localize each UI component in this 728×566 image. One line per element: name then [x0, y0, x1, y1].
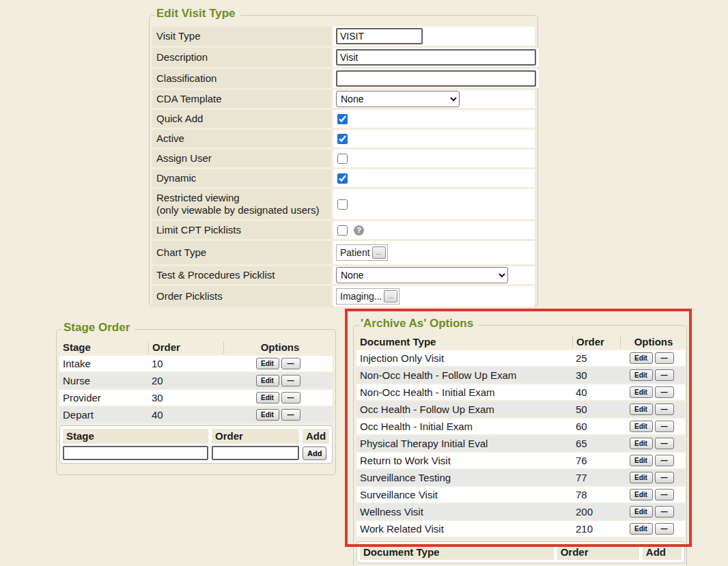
row-order: 76	[572, 455, 620, 466]
column-header-options: Options	[620, 336, 683, 348]
edit-button[interactable]: Edit	[256, 392, 279, 404]
remove-button[interactable]: —	[281, 358, 300, 369]
edit-button[interactable]: Edit	[630, 386, 653, 398]
row-options: Edit—	[620, 421, 683, 432]
stage-add-header: Stage Order Add	[63, 429, 329, 444]
row-options: Edit—	[223, 392, 333, 404]
order-picklists-label: Order Picklists	[152, 286, 331, 307]
remove-button[interactable]: —	[655, 472, 674, 483]
remove-button[interactable]: —	[655, 369, 674, 381]
edit-button[interactable]: Edit	[630, 523, 653, 535]
order-picklists-browse-button[interactable]: ...	[384, 290, 397, 302]
row-options: Edit—	[620, 472, 683, 483]
description-label: Description	[152, 48, 331, 67]
dynamic-checkbox[interactable]	[337, 173, 348, 184]
edit-button[interactable]: Edit	[630, 352, 653, 364]
new-stage-input[interactable]	[63, 446, 208, 460]
order-picklists-row: Order Picklists Imaging... ...	[152, 286, 535, 307]
classification-input[interactable]	[336, 70, 536, 87]
visit-type-input[interactable]	[336, 28, 423, 44]
test-procedures-row: Test & Procedures Picklist None	[152, 266, 535, 284]
edit-button[interactable]: Edit	[630, 438, 653, 449]
row-options: Edit—	[620, 352, 683, 364]
edit-button[interactable]: Edit	[630, 369, 653, 381]
row-name: Injection Only Visit	[356, 352, 572, 364]
dynamic-row: Dynamic	[152, 169, 535, 187]
row-order: 25	[572, 352, 620, 364]
row-name: Occ Health - Initial Exam	[356, 421, 572, 432]
remove-button[interactable]: —	[655, 455, 674, 466]
order-picklists-value: Imaging...	[340, 291, 382, 302]
row-options: Edit—	[223, 409, 333, 421]
stage-order-legend: Stage Order	[62, 321, 135, 335]
restricted-viewing-label: Restricted viewing (only viewable by des…	[152, 189, 331, 219]
table-row: Surveillance Testing77Edit—	[356, 470, 685, 485]
quick-add-row: Quick Add	[152, 110, 535, 128]
remove-button[interactable]: —	[655, 352, 674, 364]
row-options: Edit—	[620, 404, 683, 415]
edit-button[interactable]: Edit	[630, 455, 653, 466]
cda-template-select[interactable]: None	[336, 91, 460, 107]
chart-type-label: Chart Type	[152, 241, 331, 264]
visit-type-row: Visit Type	[152, 27, 535, 46]
row-name: Occ Health - Follow Up Exam	[356, 404, 572, 415]
row-name: Return to Work Visit	[356, 455, 572, 466]
archive-table-header: Document Type Order Options	[356, 334, 685, 350]
edit-button[interactable]: Edit	[630, 404, 653, 415]
column-header-document-type: Document Type	[356, 336, 572, 348]
row-order: 30	[572, 369, 620, 381]
table-row: Depart40Edit—	[59, 407, 333, 423]
stage-table-body: Intake10Edit—Nurse20Edit—Provider30Edit—…	[59, 356, 333, 423]
row-order: 200	[572, 506, 620, 518]
remove-button[interactable]: —	[655, 386, 674, 398]
quick-add-checkbox[interactable]	[337, 114, 348, 124]
assign-user-checkbox[interactable]	[337, 154, 348, 164]
archive-as-legend: 'Archive As' Options	[359, 317, 478, 330]
column-header-order: Order	[148, 341, 223, 354]
table-row: Return to Work Visit76Edit—	[356, 453, 685, 468]
stage-table-header: Stage Order Options	[59, 339, 333, 356]
new-stage-order-input[interactable]	[212, 446, 299, 460]
chart-type-row: Chart Type Patient ...	[152, 241, 535, 264]
remove-button[interactable]: —	[655, 506, 674, 518]
table-row: Wellness Visit200Edit—	[356, 504, 685, 520]
row-name: Intake	[59, 358, 148, 369]
remove-button[interactable]: —	[281, 392, 300, 404]
add-header-document-type: Document Type	[360, 545, 554, 560]
row-order: 50	[572, 404, 620, 415]
chart-type-browse-button[interactable]: ...	[372, 246, 386, 259]
remove-button[interactable]: —	[655, 438, 674, 449]
help-icon[interactable]: ?	[354, 225, 364, 236]
edit-button[interactable]: Edit	[630, 489, 653, 500]
edit-button[interactable]: Edit	[630, 472, 653, 483]
row-name: Nurse	[59, 375, 148, 386]
archive-add-box: Document Type Order Add	[356, 541, 685, 563]
edit-button[interactable]: Edit	[630, 506, 653, 518]
active-checkbox[interactable]	[337, 134, 348, 144]
dynamic-label: Dynamic	[152, 169, 331, 187]
row-options: Edit—	[620, 489, 683, 500]
description-input[interactable]	[336, 49, 536, 66]
add-header-add: Add	[643, 545, 682, 560]
limit-cpt-row: Limit CPT Picklists ?	[152, 221, 535, 239]
add-stage-button[interactable]: Add	[303, 447, 326, 460]
edit-button[interactable]: Edit	[256, 358, 279, 369]
edit-button[interactable]: Edit	[256, 375, 279, 386]
remove-button[interactable]: —	[655, 421, 674, 432]
edit-button[interactable]: Edit	[256, 409, 279, 421]
row-options: Edit—	[620, 506, 683, 518]
remove-button[interactable]: —	[655, 404, 674, 415]
remove-button[interactable]: —	[281, 375, 300, 386]
chart-type-picker: Patient ...	[336, 244, 388, 261]
edit-button[interactable]: Edit	[630, 421, 653, 432]
test-procedures-select[interactable]: None	[336, 267, 508, 283]
row-order: 40	[572, 386, 620, 398]
restricted-viewing-checkbox[interactable]	[337, 199, 348, 210]
remove-button[interactable]: —	[655, 489, 674, 500]
remove-button[interactable]: —	[281, 409, 300, 421]
row-name: Provider	[59, 392, 148, 404]
remove-button[interactable]: —	[655, 523, 674, 535]
table-row: Intake10Edit—	[59, 356, 333, 371]
limit-cpt-checkbox[interactable]	[337, 225, 348, 236]
assign-user-row: Assign User	[152, 150, 535, 167]
